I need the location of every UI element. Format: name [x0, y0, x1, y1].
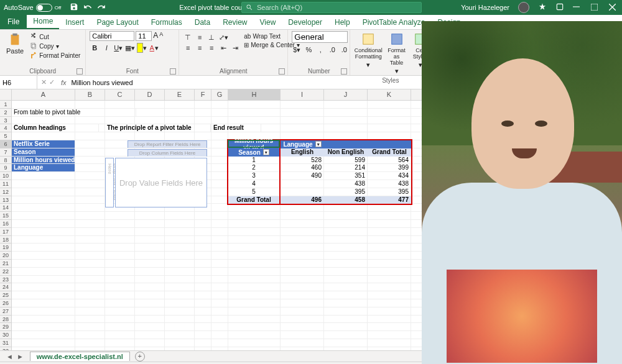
cell[interactable] — [12, 188, 75, 196]
cell[interactable]: Million hours viewed — [12, 157, 75, 165]
cell[interactable] — [135, 291, 165, 299]
cell[interactable] — [165, 299, 195, 307]
cell[interactable] — [135, 243, 165, 252]
cell[interactable] — [324, 323, 368, 331]
cell[interactable]: End result — [211, 124, 261, 132]
cell[interactable] — [211, 196, 228, 204]
cell[interactable] — [135, 236, 165, 244]
cell[interactable] — [368, 276, 411, 284]
dropdown-icon[interactable]: ▼ — [263, 149, 269, 155]
cell[interactable] — [75, 140, 105, 148]
cell[interactable] — [281, 323, 324, 331]
cell[interactable] — [12, 252, 75, 260]
cell[interactable] — [211, 101, 228, 109]
tab-view[interactable]: View — [254, 16, 282, 29]
cell[interactable] — [211, 172, 228, 180]
format-as-table-button[interactable]: Format as Table▾ — [385, 31, 408, 76]
cell[interactable] — [135, 268, 165, 276]
cell[interactable] — [12, 212, 75, 220]
cell[interactable] — [368, 307, 411, 316]
cell[interactable] — [195, 307, 211, 316]
cell[interactable] — [211, 283, 228, 291]
row-header-20[interactable]: 20 — [0, 252, 12, 260]
cell[interactable] — [324, 331, 368, 339]
cell[interactable] — [228, 236, 281, 244]
cell[interactable] — [105, 316, 135, 324]
col-header-F[interactable]: F — [195, 89, 211, 100]
cell[interactable] — [75, 339, 105, 347]
cell[interactable] — [368, 283, 411, 291]
col-header-J[interactable]: J — [324, 89, 368, 100]
cell[interactable] — [75, 243, 105, 252]
sheet-prev-icon[interactable]: ◄ — [6, 353, 13, 360]
cell[interactable] — [195, 243, 211, 252]
cell[interactable] — [75, 236, 105, 244]
cell[interactable] — [135, 331, 165, 339]
cell[interactable] — [228, 243, 281, 252]
row-header-27[interactable]: 27 — [0, 307, 12, 316]
cell[interactable] — [105, 323, 135, 331]
cell[interactable] — [211, 140, 228, 148]
cell[interactable] — [368, 212, 411, 220]
cell[interactable] — [75, 132, 105, 140]
cell[interactable] — [75, 260, 105, 268]
cell[interactable] — [105, 228, 135, 236]
cell[interactable] — [281, 212, 324, 220]
shrink-font-icon[interactable]: A — [159, 31, 163, 41]
select-all-button[interactable] — [0, 89, 12, 101]
cell[interactable] — [75, 196, 105, 204]
cell[interactable] — [135, 339, 165, 347]
cell[interactable] — [211, 307, 228, 316]
cell[interactable] — [195, 252, 211, 260]
tab-data[interactable]: Data — [188, 16, 216, 29]
cell[interactable] — [228, 252, 281, 260]
cell[interactable] — [12, 172, 75, 180]
row-header-23[interactable]: 23 — [0, 276, 12, 284]
dialog-launcher-icon[interactable] — [279, 68, 285, 75]
cell[interactable] — [368, 339, 411, 347]
bold-button[interactable]: B — [90, 43, 100, 53]
cell[interactable] — [228, 101, 281, 109]
cell[interactable] — [195, 212, 211, 220]
cell[interactable] — [211, 109, 228, 117]
cell[interactable] — [105, 339, 135, 347]
row-header-5[interactable]: 5 — [0, 132, 12, 140]
cell[interactable] — [105, 283, 135, 291]
cell[interactable] — [12, 117, 75, 125]
cell[interactable] — [368, 268, 411, 276]
cell[interactable] — [211, 260, 228, 268]
cell[interactable] — [75, 220, 105, 228]
cell[interactable] — [211, 204, 228, 212]
underline-button[interactable]: U▾ — [113, 43, 123, 53]
cell[interactable] — [195, 236, 211, 244]
tab-review[interactable]: Review — [216, 16, 253, 29]
search-box[interactable]: Search (Alt+Q) — [241, 2, 422, 13]
cell[interactable] — [324, 117, 368, 125]
cell[interactable] — [195, 291, 211, 299]
cell[interactable] — [12, 101, 75, 109]
cell[interactable] — [135, 307, 165, 316]
cell[interactable] — [211, 323, 228, 331]
cell[interactable] — [195, 220, 211, 228]
cell[interactable] — [75, 148, 105, 157]
cell[interactable] — [12, 196, 75, 204]
cell[interactable] — [211, 228, 228, 236]
save-icon[interactable] — [70, 2, 78, 12]
cell[interactable] — [211, 339, 228, 347]
cell[interactable] — [135, 220, 165, 228]
cell[interactable] — [368, 299, 411, 307]
cell[interactable] — [135, 299, 165, 307]
cell[interactable] — [195, 276, 211, 284]
cell[interactable] — [12, 260, 75, 268]
cell[interactable] — [368, 316, 411, 324]
cell[interactable] — [75, 188, 105, 196]
cell[interactable] — [281, 276, 324, 284]
cell[interactable] — [12, 299, 75, 307]
cell[interactable] — [165, 228, 195, 236]
cell[interactable] — [211, 117, 228, 125]
cell[interactable] — [105, 117, 135, 125]
row-header-28[interactable]: 28 — [0, 316, 12, 324]
cell[interactable] — [12, 228, 75, 236]
cell[interactable] — [75, 323, 105, 331]
cell[interactable] — [324, 268, 368, 276]
